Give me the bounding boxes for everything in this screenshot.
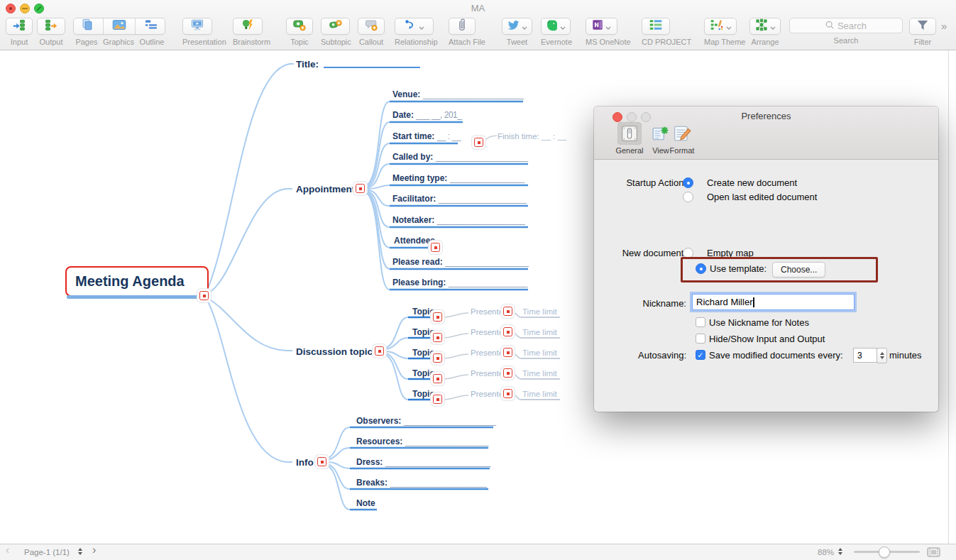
subtopic-resources[interactable]: Resources: ___________________ [356,437,488,446]
toolbar-presentation[interactable]: Presentation [182,18,212,46]
discussion-topic[interactable]: Topic [412,389,434,399]
filter-button[interactable] [909,18,936,35]
checkbox-autosave[interactable]: ✓ [696,350,705,360]
filmstrip-icon[interactable] [927,547,940,560]
discussion-time-limit[interactable]: Time limit [522,307,557,316]
subtopic-please-bring[interactable]: Please bring: __________________ [392,278,527,287]
toolbar-tweet[interactable]: Tweet [502,18,532,46]
zoom-slider-knob[interactable] [879,547,890,558]
radio-label[interactable]: Open last edited document [707,192,817,202]
zoom-stepper[interactable] [838,548,842,555]
discussion-presenter[interactable]: Presenter [471,307,506,316]
scrollbar-track[interactable] [948,50,949,544]
branch-info[interactable]: Info [296,457,314,468]
tab-general[interactable]: General [614,122,645,155]
toolbar-topic[interactable]: Topic [286,18,313,46]
subtopic-please-read[interactable]: Please read: ___________________ [392,257,528,267]
collapse-marker-discussion[interactable] [375,346,384,356]
discussion-presenter[interactable]: Presenter [471,328,506,336]
discussion-presenter[interactable]: Presenter [471,369,506,378]
nickname-field[interactable]: Richard Miller [692,294,855,310]
radio-open-last-edited[interactable] [683,192,693,202]
tab-format[interactable]: Format [666,122,698,155]
subtopic-notetaker[interactable]: Notetaker: ____________________ [392,215,524,225]
pages-button[interactable] [74,18,101,34]
callout-finish-time[interactable]: Finish time: __ : __ [498,132,566,141]
discussion-topic[interactable]: Topic [412,368,434,378]
autosave-minutes-field[interactable]: 3 [853,348,877,363]
onenote-button[interactable] [586,18,617,35]
subtopic-called-by[interactable]: Called by: _____________________ [392,152,527,162]
collapse-marker-topic[interactable] [433,395,442,404]
toolbar-overflow-button[interactable]: » [941,20,947,32]
toolbar-input[interactable]: Input [6,18,33,46]
relationship-button[interactable] [395,18,434,35]
add-subtopic-button[interactable] [321,18,350,35]
brainstorm-button[interactable] [233,18,263,35]
subtopic-observers[interactable]: Observers: _____________________ [356,416,495,426]
discussion-topic[interactable]: Topic [412,307,434,317]
cd-project-button[interactable] [642,18,670,35]
subtopic-venue[interactable]: Venue: _______________________ [392,89,524,99]
toolbar-output[interactable]: Output [37,18,65,46]
checkbox-hide-show-input-output[interactable] [696,334,705,344]
collapse-marker-topic[interactable] [433,374,442,383]
search-input[interactable]: Search [789,18,903,33]
toolbar-brainstorm[interactable]: Brainstorm [233,18,263,46]
map-theme-button[interactable] [704,18,737,35]
collapse-marker-info[interactable] [317,457,326,466]
branch-title[interactable]: Title: [296,59,319,70]
checkbox-label[interactable]: Hide/Show Input and Output [709,334,825,344]
collapse-marker-topic[interactable] [433,353,442,363]
input-button[interactable] [6,18,33,35]
tweet-button[interactable] [502,18,532,35]
collapse-marker-presenter[interactable] [503,389,512,398]
root-topic[interactable]: Meeting Agenda [65,266,209,297]
discussion-presenter[interactable]: Presenter [471,348,506,357]
collapse-marker-appointment[interactable] [356,184,365,193]
arrange-button[interactable] [749,18,781,35]
presentation-button[interactable] [182,18,212,35]
collapse-marker-presenter[interactable] [503,327,512,336]
collapse-marker-presenter[interactable] [503,368,512,378]
toolbar-relationship[interactable]: Relationship [395,18,434,46]
toolbar-attach-file[interactable]: Attach File [449,18,476,46]
collapse-marker-presenter[interactable] [503,348,512,357]
subtopic-meeting-type[interactable]: Meeting type: _________________ [392,173,524,183]
subtopic-breaks[interactable]: Breaks: ______________________ [356,478,486,488]
checkbox-label[interactable]: Use Nickname for Notes [709,317,809,328]
collapse-marker-root[interactable] [199,291,209,300]
discussion-time-limit[interactable]: Time limit [522,348,557,357]
subtopic-start-time[interactable]: Start time: __ : __ [392,131,461,141]
discussion-presenter[interactable]: Presenter [471,390,506,398]
evernote-button[interactable] [541,18,571,35]
collapse-marker-topic[interactable] [433,312,442,322]
subtopic-attendees[interactable]: Attendees [394,236,435,246]
radio-create-new-document[interactable] [683,177,693,188]
output-button[interactable] [37,18,65,35]
toolbar-filter[interactable]: Filter [909,18,936,46]
collapse-marker-presenter[interactable] [503,307,512,316]
add-topic-button[interactable] [286,18,313,35]
toolbar-map-theme[interactable]: Map Theme [704,18,737,46]
add-callout-button[interactable] [358,18,385,35]
subtopic-note[interactable]: Note [356,498,375,508]
page-stepper[interactable] [78,548,82,555]
discussion-topic[interactable]: Topic [412,327,434,337]
radio-label[interactable]: Create new document [707,177,797,188]
subtopic-date[interactable]: Date: ___ __, 201_ [392,110,461,120]
outline-button[interactable] [138,18,165,34]
subtopic-dress[interactable]: Dress: ________________________ [356,457,490,467]
toolbar-subtopic[interactable]: Subtopic [321,18,350,46]
prev-page-button[interactable]: ‹ [6,544,9,556]
discussion-time-limit[interactable]: Time limit [522,328,557,336]
next-page-button[interactable]: › [92,544,96,556]
autosave-minutes-stepper[interactable] [877,348,887,363]
discussion-time-limit[interactable]: Time limit [522,390,557,398]
subtopic-facilitator[interactable]: Facilitator: ____________________ [392,194,526,204]
branch-discussion-topics[interactable]: Discussion topics [296,346,378,357]
branch-appointment[interactable]: Appointment [296,184,355,194]
toolbar-onenote[interactable]: MS OneNote [586,18,617,46]
attach-file-button[interactable] [449,18,476,35]
autosave-option-label[interactable]: Save modified documents every: [709,350,843,361]
